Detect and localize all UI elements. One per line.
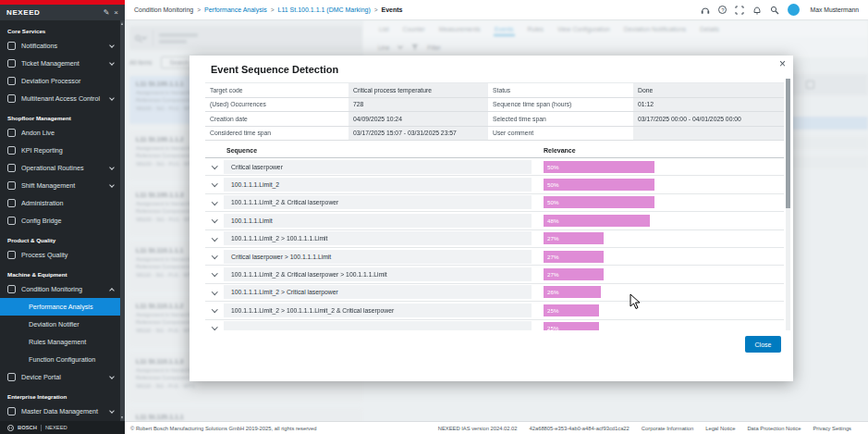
chevron-down-icon — [212, 217, 217, 222]
scroll-down-icon[interactable] — [121, 416, 123, 419]
relevance-bar: 50% — [544, 196, 654, 208]
table-row[interactable]: 100.1.1.1.Limit48% — [205, 212, 784, 229]
expand-row-button[interactable] — [205, 238, 224, 241]
sidebar-item-process-quality[interactable]: Process Quality — [0, 246, 120, 264]
sidebar-item-master-data-management[interactable]: Master Data Management — [0, 403, 120, 420]
sidebar-item-rules-management[interactable]: Rules Management — [0, 333, 120, 351]
sidebar-item-performance-analysis[interactable]: Performance Analysis — [0, 298, 120, 316]
nexeed-logo: NEXEED — [6, 8, 99, 17]
table-row[interactable]: 100.1.1.1.Limit_2 > 100.1.1.1.Limit27% — [205, 230, 784, 248]
table-row[interactable]: Critical laserpower > 100.1.1.1.Limit27% — [205, 248, 784, 266]
sidebar-item-function-configuration[interactable]: Function Configuration — [0, 351, 120, 368]
modal-scrollbar-thumb[interactable] — [786, 79, 790, 208]
expand-row-button[interactable] — [205, 273, 224, 276]
table-row[interactable]: 100.1.1.1.Limit_2 & Critical laserpower5… — [205, 194, 784, 212]
sidebar-item-label: Shift Management — [21, 181, 104, 190]
edit-pencil-icon[interactable]: ✎ — [104, 9, 110, 17]
footer-link-data-protection-notice[interactable]: Data Protection Notice — [747, 426, 801, 431]
bosch-logo-icon — [7, 425, 14, 431]
expand-row-button[interactable] — [205, 309, 224, 312]
close-button[interactable]: Close — [745, 336, 781, 353]
sidebar-item-kpi-reporting[interactable]: KPI Reporting — [0, 142, 120, 159]
breadcrumb-item-performance-analysis[interactable]: Performance Analysis — [204, 6, 267, 13]
chevron-down-icon — [212, 253, 217, 258]
expand-row-button[interactable] — [205, 327, 224, 329]
sidebar-item-administration[interactable]: Administration — [0, 194, 120, 212]
sidebar-item-deviation-notifier[interactable]: Deviation Notifier — [0, 316, 120, 333]
scroll-up-icon[interactable] — [121, 22, 123, 25]
sidebar: NEXEED ✎ × Core ServicesNotificationsTic… — [0, 0, 125, 434]
sidebar-close-icon[interactable]: × — [114, 9, 118, 17]
table-row[interactable]: 100.1.1.1.Limit_2 > Critical laserpower2… — [205, 284, 784, 302]
sequence-table-rows: Critical laserpower50%100.1.1.1.Limit_25… — [205, 158, 784, 330]
top-icons: ? Max Mustermann — [701, 4, 859, 16]
sidebar-item-andon-live[interactable]: Andon Live — [0, 124, 120, 142]
chevron-down-icon — [212, 163, 217, 168]
info-row: Considered time span03/17/2025 15:07 - 0… — [205, 127, 784, 142]
close-icon[interactable]: × — [779, 58, 786, 69]
sidebar-item-ticket-management[interactable]: Ticket Management — [0, 55, 120, 72]
expand-row-button[interactable] — [205, 255, 224, 258]
expand-row-button[interactable] — [205, 219, 224, 222]
sidebar-scrollbar[interactable] — [120, 20, 125, 421]
sidebar-item-label: Operational Routines — [21, 164, 104, 172]
sidebar-item-operational-routines[interactable]: Operational Routines — [0, 159, 120, 177]
expand-row-button[interactable] — [205, 202, 224, 205]
sidebar-item-notifications[interactable]: Notifications — [0, 37, 120, 55]
chevron-down-icon — [212, 306, 217, 312]
sidebar-item-label: Multitenant Access Control — [21, 94, 104, 103]
copyright-text: © Robert Bosch Manufacturing Solutions G… — [130, 426, 438, 431]
notifications-icon — [7, 42, 16, 50]
table-row[interactable]: 100.1.1.1.Limit_2 > 100.1.1.1.Limit_2 & … — [205, 302, 784, 319]
footer-link-corporate-information[interactable]: Corporate Information — [642, 426, 693, 431]
info-value: Critical process temperature — [348, 83, 488, 97]
table-row[interactable]: 100.1.1.1.Limit_250% — [205, 176, 784, 193]
sidebar-item-label: Function Configuration — [29, 355, 114, 364]
sidebar-item-device-portal[interactable]: Device Portal — [0, 368, 120, 386]
footer-link-privacy-settings[interactable]: Privacy Settings — [813, 426, 851, 431]
top-bar: Condition Monitoring>Performance Analysi… — [125, 0, 868, 20]
headset-icon[interactable] — [701, 6, 710, 15]
avatar[interactable] — [788, 4, 800, 16]
chevron-down-icon — [212, 180, 217, 186]
nexeed-brand-label: NEXEED — [45, 425, 67, 430]
footer: © Robert Bosch Manufacturing Solutions G… — [125, 421, 868, 434]
chevron-down-icon — [109, 408, 115, 414]
sidebar-item-condition-monitoring[interactable]: Condition Monitoring — [0, 280, 120, 298]
expand-row-button[interactable] — [205, 291, 224, 294]
sidebar-item-deviation-processor[interactable]: Deviation Processor — [0, 72, 120, 90]
sidebar-item-label: Master Data Management — [21, 407, 104, 415]
search-icon[interactable] — [770, 6, 779, 15]
sidebar-item-config-bridge[interactable]: Config Bridge — [0, 212, 120, 229]
footer-link-legal-notice[interactable]: Legal Notice — [705, 426, 735, 431]
event-sequence-detection-dialog: × Event Sequence Detection Target codeCr… — [189, 56, 793, 381]
modal-scrollbar[interactable] — [786, 79, 790, 330]
expand-row-button[interactable] — [205, 183, 224, 186]
help-icon[interactable]: ? — [718, 6, 727, 14]
sequence-cell: Critical laserpower > 100.1.1.1.Limit — [224, 250, 532, 264]
breadcrumb-item-condition-monitoring: Condition Monitoring — [134, 6, 193, 13]
table-row[interactable]: 25% — [205, 320, 784, 330]
notifications-bell-icon[interactable] — [752, 6, 762, 15]
sidebar-item-shift-management[interactable]: Shift Management — [0, 177, 120, 194]
bosch-brand-label: BOSCH — [18, 425, 37, 430]
gear-icon — [7, 199, 16, 207]
info-value: 01:12 — [633, 98, 784, 112]
table-row[interactable]: 100.1.1.1.Limit_2 & Critical laserpower … — [205, 266, 784, 283]
andon-live-icon — [7, 129, 16, 137]
breadcrumb-item-l11-st-100-1-1-1-dmc-marking[interactable]: L11 St.100.1.1.1 (DMC Marking) — [278, 6, 371, 13]
chevron-down-icon — [212, 289, 217, 294]
sequence-cell: 100.1.1.1.Limit_2 > 100.1.1.1.Limit_2 & … — [224, 304, 532, 317]
table-row[interactable]: Critical laserpower50% — [205, 158, 784, 176]
relevance-bar: 48% — [544, 215, 650, 227]
relevance-bar: 27% — [544, 268, 604, 280]
chevron-down-icon — [212, 199, 217, 205]
chevron-down-icon — [109, 43, 115, 48]
expand-row-button[interactable] — [205, 166, 224, 168]
fullscreen-icon[interactable] — [735, 6, 744, 15]
breadcrumb-item-events[interactable]: Events — [382, 6, 403, 13]
sidebar-item-multitenant-access-control[interactable]: Multitenant Access Control — [0, 90, 120, 107]
chevron-down-icon — [109, 165, 115, 170]
footer-right: NEXEED IAS version 2024.02.02 42a68805-e… — [438, 426, 851, 431]
info-row: (Used) Occurrences728Sequence time span … — [205, 98, 784, 113]
